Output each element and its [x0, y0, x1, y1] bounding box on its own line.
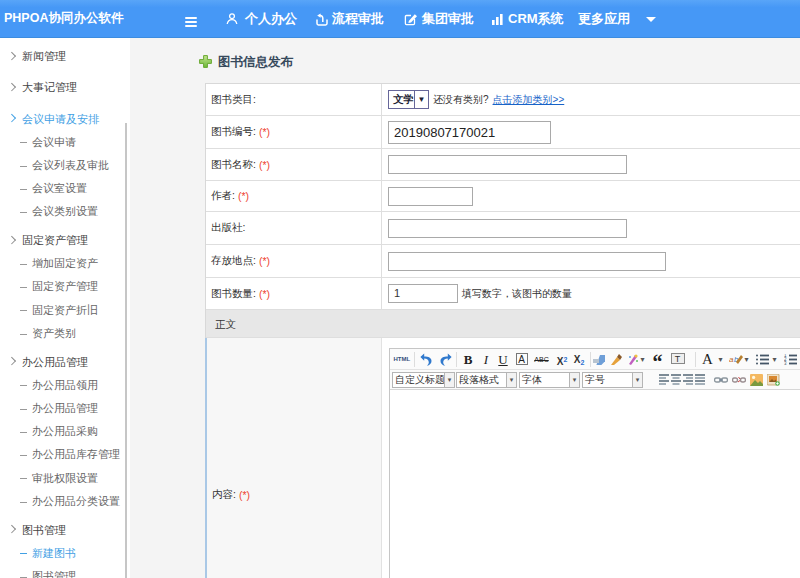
svg-text:3: 3: [784, 361, 787, 365]
